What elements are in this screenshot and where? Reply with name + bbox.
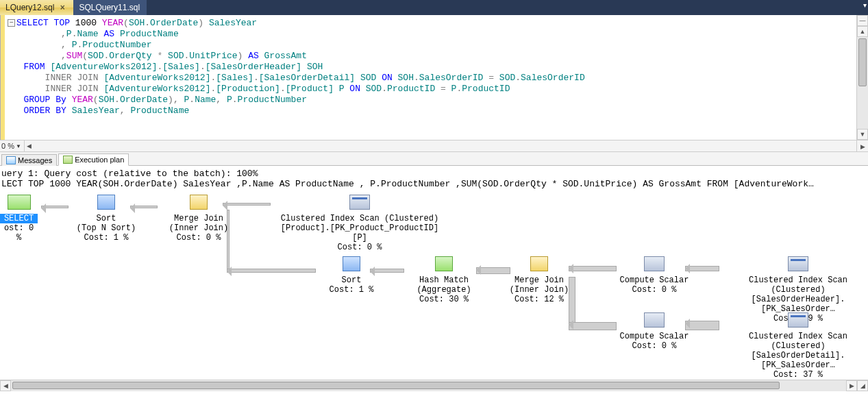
node-subtype: (Aggregate) xyxy=(410,285,478,295)
scroll-right-icon[interactable]: ▶ xyxy=(856,140,868,151)
plan-horizontal-scrollbar[interactable]: ◀ ▶ ◢ xyxy=(0,380,868,391)
plan-node-merge-1[interactable]: Merge Join (Inner Join) Cost: 0 % xyxy=(161,195,236,243)
file-tab-label: SQLQuery11.sql xyxy=(79,3,140,12)
scroll-down-icon[interactable]: ▼ xyxy=(857,129,868,140)
plan-node-scan-product[interactable]: Clustered Index Scan (Clustered) [Produc… xyxy=(274,195,445,252)
overflow-button[interactable]: ▾ xyxy=(863,1,867,9)
plan-arrow xyxy=(569,322,617,330)
node-cost: Cost: 12 % xyxy=(501,295,577,304)
execution-plan-pane[interactable]: uery 1: Query cost (relative to the batc… xyxy=(0,166,868,380)
plan-node-select[interactable]: SELECT ost: 0 % xyxy=(0,195,38,243)
split-handle-icon[interactable]: — xyxy=(857,15,868,26)
scroll-right-icon[interactable]: ▶ xyxy=(846,380,857,391)
editor-vertical-scrollbar[interactable]: — ▲ ▼ xyxy=(856,15,868,140)
node-subtype: (Inner Join) xyxy=(161,223,236,233)
plan-node-compute-1[interactable]: Compute Scalar Cost: 0 % xyxy=(613,256,695,295)
tab-execution-plan[interactable]: Execution plan xyxy=(58,153,129,166)
sort-icon xyxy=(97,195,115,210)
plan-node-compute-2[interactable]: Compute Scalar Cost: 0 % xyxy=(613,312,695,351)
results-tab-bar: Messages Execution plan xyxy=(0,152,868,166)
scrollbar-thumb[interactable] xyxy=(12,382,780,389)
node-title: Clustered Index Scan (Clustered) xyxy=(719,332,868,351)
plan-node-merge-2[interactable]: Merge Join (Inner Join) Cost: 12 % xyxy=(501,256,577,304)
clustered-index-scan-icon xyxy=(349,195,370,210)
node-cost: Cost: 1 % xyxy=(72,233,140,243)
node-subtype: (Inner Join) xyxy=(501,285,577,295)
node-title: Clustered Index Scan (Clustered) xyxy=(274,214,445,223)
node-cost: Cost: 0 % xyxy=(274,243,445,252)
chevron-down-icon: ▼ xyxy=(16,143,21,149)
plan-arrow xyxy=(227,269,316,273)
node-cost: ost: 0 % xyxy=(0,223,38,243)
node-title: SELECT xyxy=(0,214,38,223)
execution-plan-icon xyxy=(63,156,73,164)
collapse-icon[interactable]: − xyxy=(8,19,15,27)
plan-node-hash-match[interactable]: Hash Match (Aggregate) Cost: 30 % xyxy=(410,256,478,304)
file-tab-bar: LQuery12.sql × SQLQuery11.sql ▾ xyxy=(0,0,868,15)
hash-match-icon xyxy=(435,256,453,271)
node-title: Compute Scalar xyxy=(613,332,695,341)
sql-editor-pane: −SELECT TOP 1000 YEAR(SOH.OrderDate) Sal… xyxy=(0,15,868,140)
compute-scalar-icon xyxy=(644,256,665,271)
plan-node-sort-2[interactable]: Sort Cost: 1 % xyxy=(321,256,382,295)
sql-editor[interactable]: −SELECT TOP 1000 YEAR(SOH.OrderDate) Sal… xyxy=(1,15,856,140)
zoom-value: 0 % xyxy=(1,142,14,150)
compute-scalar-icon xyxy=(644,312,665,328)
clustered-index-scan-icon xyxy=(788,256,808,271)
node-title: Merge Join xyxy=(501,275,577,285)
plan-node-sort-1[interactable]: Sort (Top N Sort) Cost: 1 % xyxy=(72,195,140,243)
plan-canvas[interactable]: SELECT ost: 0 % Sort (Top N Sort) Cost: … xyxy=(0,190,868,369)
node-subtype: (Top N Sort) xyxy=(72,223,140,233)
scroll-left-icon[interactable]: ◀ xyxy=(0,380,11,391)
zoom-dropdown[interactable]: 0 % ▼ xyxy=(0,140,25,151)
node-title: Compute Scalar xyxy=(613,275,695,285)
editor-change-indicator xyxy=(1,15,5,140)
node-cost: Cost: 1 % xyxy=(321,285,382,295)
node-title: Sort xyxy=(72,214,140,223)
select-icon xyxy=(8,195,31,210)
scrollbar-thumb[interactable] xyxy=(858,38,867,86)
node-object: [SalesOrderDetail].[PK_SalesOrder… xyxy=(719,351,868,370)
clustered-index-scan-icon xyxy=(788,312,808,328)
node-object: [SalesOrderHeader].[PK_SalesOrder… xyxy=(719,295,868,314)
node-cost: Cost: 37 % xyxy=(719,370,868,380)
file-tab[interactable]: SQLQuery11.sql xyxy=(73,0,147,15)
node-title: Hash Match xyxy=(410,275,478,285)
node-title: Clustered Index Scan (Clustered) xyxy=(719,275,868,295)
merge-join-icon xyxy=(530,256,548,271)
plan-node-scan-sod[interactable]: Clustered Index Scan (Clustered) [SalesO… xyxy=(719,312,868,380)
node-title: Sort xyxy=(321,275,382,285)
resize-grip-icon[interactable]: ◢ xyxy=(857,380,868,391)
node-cost: Cost: 0 % xyxy=(161,233,236,243)
file-tab-active[interactable]: LQuery12.sql × xyxy=(0,0,73,15)
node-cost: Cost: 0 % xyxy=(613,341,695,351)
tab-plan-label: Execution plan xyxy=(75,156,124,164)
merge-join-icon xyxy=(190,195,208,210)
plan-arrow xyxy=(41,206,69,208)
file-tab-label: LQuery12.sql xyxy=(5,3,54,12)
tab-messages-label: Messages xyxy=(18,156,52,164)
plan-summary: uery 1: Query cost (relative to the batc… xyxy=(0,166,868,190)
node-title: Merge Join xyxy=(161,214,236,223)
scroll-up-icon[interactable]: ▲ xyxy=(857,26,868,37)
node-object: [Product].[PK_Product_ProductID] [P] xyxy=(274,223,445,243)
tab-messages[interactable]: Messages xyxy=(1,154,57,166)
close-icon[interactable]: × xyxy=(58,3,66,12)
messages-icon xyxy=(6,156,16,164)
scroll-left-icon[interactable]: ◀ xyxy=(25,143,34,149)
sort-icon xyxy=(343,256,360,271)
node-cost: Cost: 30 % xyxy=(410,295,478,304)
node-cost: Cost: 0 % xyxy=(613,285,695,295)
editor-footer-bar: 0 % ▼ ◀ ▶ xyxy=(0,140,868,152)
